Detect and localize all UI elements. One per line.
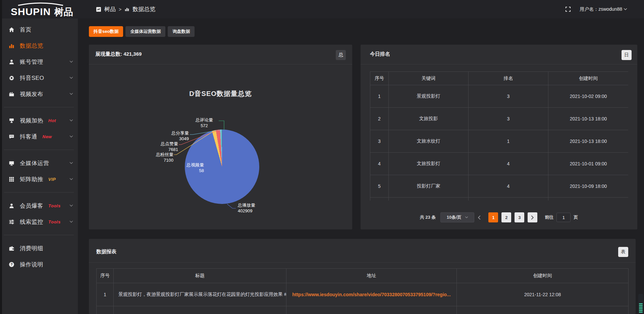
table-view-chip[interactable]: 表 — [618, 247, 628, 257]
sidebar-item-member-burst[interactable]: 会员爆客 Tools — [0, 198, 78, 214]
sidebar-divider — [4, 192, 74, 193]
prev-page-button[interactable] — [478, 215, 485, 220]
sidebar-item-help[interactable]: ? 操作说明 — [0, 256, 78, 272]
sidebar-item-data-overview[interactable]: 数据总览 — [0, 38, 78, 54]
goto-label: 前往 — [545, 214, 553, 220]
chevron-down-icon — [465, 216, 468, 218]
ranking-table: 序号 关键词 排名 创建时间 1景观投影灯 32021-10-02 09:00 … — [370, 71, 628, 201]
heat-icon — [8, 117, 14, 123]
table-header-row: 序号 关键词 排名 创建时间 — [370, 72, 629, 85]
tab-allmedia-data[interactable]: 全媒体运营数据 — [125, 26, 165, 37]
breadcrumb-current: 数据总览 — [132, 5, 155, 13]
floating-service-widget[interactable] — [638, 294, 643, 314]
main-content: 抖音seo数据 全媒体运营数据 询盘数据 展现量总数: 421,369 总 D音… — [78, 18, 644, 314]
goto-suffix: 页 — [574, 214, 578, 220]
pie-chart: D音SEO数据量总览 总评论量572 总分享量3049 总点赞量7681 总粉丝… — [89, 64, 352, 229]
table-row[interactable]: 2文旅投影 32021-10-13 18:00 — [370, 108, 629, 130]
table-row-clipped — [97, 306, 629, 314]
sidebar-item-spend-detail[interactable]: 消费明细 — [0, 240, 78, 256]
video-publish-icon — [8, 91, 14, 97]
tab-inquiry-data[interactable]: 询盘数据 — [168, 26, 195, 37]
report-panel-title: 数据报表 — [96, 249, 116, 255]
seo-overview-panel: 展现量总数: 421,369 总 D音SEO数据量总览 总评论量572 总分享量… — [89, 45, 352, 229]
table-row[interactable]: 5投影灯厂家 42021-10-09 18:00 — [370, 175, 629, 198]
bar-chart-icon — [124, 7, 129, 12]
table-row[interactable]: 4文旅投影灯 42021-10-01 09:00 — [370, 153, 629, 175]
monitor-icon — [8, 160, 14, 166]
chat-icon — [8, 134, 14, 140]
svg-text:?: ? — [10, 263, 12, 266]
sidebar-item-video-publish[interactable]: 视频发布 — [0, 86, 78, 102]
report-title-cell: 景观投影灯，夜游景观投影灯厂家展示展示落花灯在花园里的灯光投影应用效果 # — [114, 283, 286, 306]
col-title: 标题 — [114, 269, 286, 283]
col-index: 序号 — [370, 72, 389, 85]
gear-icon — [8, 75, 14, 81]
pie-label-comments: 总评论量572 — [192, 117, 217, 129]
sidebar-nav: 首页 数据总览 账号管理 抖音SEO 视频发布 视频加热 Hot — [0, 18, 78, 314]
home-icon — [8, 27, 14, 33]
breadcrumb: 树品 > 数据总览 — [96, 0, 155, 18]
sidebar-item-video-heat[interactable]: 视频加热 Hot — [0, 112, 78, 128]
chevron-down-icon — [69, 119, 73, 122]
member-icon — [8, 203, 14, 209]
logo-text-en: SHUPIN — [11, 6, 51, 17]
sidebar-item-label: 首页 — [20, 26, 32, 34]
sidebar-item-label: 视频加热 — [20, 117, 43, 124]
divider — [89, 262, 636, 263]
sidebar-item-matrix-boost[interactable]: 矩阵助推 VIP — [0, 171, 78, 187]
sidebar-item-label: 抖音SEO — [20, 74, 44, 82]
impressions-total-stat: 展现量总数: 421,369 — [95, 51, 142, 57]
logo-graphic: SHUPIN 树品 — [9, 1, 81, 17]
table-row[interactable]: 3文旅水纹灯 12021-10-13 18:00 — [370, 130, 629, 153]
sidebar-item-account[interactable]: 账号管理 — [0, 54, 78, 70]
user-menu[interactable]: 用户名：zswodun88 — [580, 6, 627, 12]
sidebar-item-label: 全媒体运营 — [20, 159, 49, 167]
divider — [361, 64, 637, 64]
sidebar-item-label: 线索监控 — [20, 218, 43, 226]
pie-label-plays: 总播放量402909 — [238, 203, 255, 214]
chevron-down-icon — [69, 136, 73, 138]
app-logo[interactable]: SHUPIN 树品 — [9, 1, 81, 17]
goto-page-input[interactable] — [556, 213, 571, 222]
question-circle-icon: ? — [8, 261, 14, 267]
ranking-panel-title: 今日排名 — [370, 51, 390, 57]
sidebar-divider — [4, 150, 74, 150]
page-button-1[interactable]: 1 — [488, 212, 498, 222]
chart-title: D音SEO数据量总览 — [89, 89, 352, 98]
page-button-3[interactable]: 3 — [515, 212, 524, 222]
page-size-select[interactable]: 10条/页 — [440, 212, 474, 222]
window-edge — [0, 0, 2, 314]
sidebar-item-label: 操作说明 — [20, 261, 43, 268]
tools-badge: Tools — [48, 203, 61, 208]
user-icon — [8, 59, 14, 65]
fullscreen-icon[interactable] — [565, 6, 571, 12]
bar-chart-icon — [8, 43, 14, 49]
chevron-down-icon — [69, 93, 73, 95]
tab-douyin-seo-data[interactable]: 抖音seo数据 — [89, 26, 123, 37]
breadcrumb-separator: > — [119, 7, 121, 12]
sidebar-item-label: 数据总览 — [20, 42, 43, 50]
video-link[interactable]: https://www.iesdouyin.com/share/video/70… — [292, 292, 451, 297]
day-view-chip[interactable]: 日 — [622, 50, 632, 60]
sidebar-item-home[interactable]: 首页 — [0, 21, 78, 38]
wallet-icon — [8, 245, 14, 251]
sidebar-item-douyin-seo[interactable]: 抖音SEO — [0, 70, 78, 86]
trend-box-icon — [96, 7, 101, 12]
chevron-down-icon — [69, 77, 73, 79]
table-header-row: 序号 标题 地址 创建时间 — [97, 269, 629, 283]
total-view-chip[interactable]: 总 — [336, 50, 346, 60]
chevron-right-icon — [531, 215, 534, 220]
next-page-button[interactable] — [528, 212, 537, 222]
col-index: 序号 — [97, 269, 114, 283]
sidebar-item-all-media[interactable]: 全媒体运营 — [0, 155, 78, 171]
sidebar-item-lead-monitor[interactable]: 线索监控 Tools — [0, 214, 78, 230]
table-row[interactable]: 1 景观投影灯，夜游景观投影灯厂家展示展示落花灯在花园里的灯光投影应用效果 # … — [97, 283, 629, 306]
top-header: SHUPIN 树品 树品 > 数据总览 用户名：zswodun88 — [0, 0, 644, 18]
table-row-clipped — [370, 198, 629, 201]
table-row[interactable]: 1景观投影灯 32021-10-02 09:00 — [370, 85, 629, 108]
page-button-2[interactable]: 2 — [501, 212, 511, 222]
username-label: 用户名：zswodun88 — [580, 6, 622, 12]
sidebar-item-douketong[interactable]: 抖客通 New — [0, 128, 78, 145]
chevron-down-icon — [624, 8, 627, 10]
breadcrumb-root[interactable]: 树品 — [104, 5, 116, 13]
